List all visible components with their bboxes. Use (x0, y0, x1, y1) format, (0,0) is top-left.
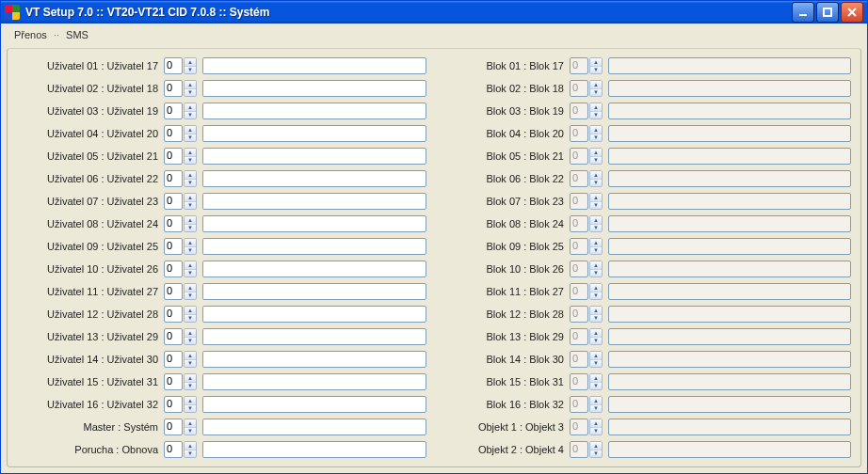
spinner-down-icon[interactable]: ▼ (185, 292, 196, 300)
spinner-up-icon[interactable]: ▲ (185, 239, 196, 247)
spinner-down-icon[interactable]: ▼ (185, 247, 196, 255)
left-row-text-input[interactable] (202, 238, 426, 255)
spinner-up-icon[interactable]: ▲ (185, 81, 196, 89)
left-row-text-input[interactable] (202, 419, 426, 435)
left-row-text-input[interactable] (202, 125, 426, 142)
spinner-up-icon[interactable]: ▲ (185, 126, 196, 134)
left-row-number-input[interactable]: 0 (164, 103, 183, 119)
left-row-spinner[interactable]: ▲▼ (184, 351, 197, 368)
left-row-text-input[interactable] (202, 261, 426, 277)
left-row-text-input[interactable] (202, 306, 426, 323)
left-row-text-input[interactable] (202, 103, 426, 119)
left-row-text-input[interactable] (202, 170, 426, 187)
right-row-number-input: 0 (570, 125, 588, 142)
spinner-down-icon[interactable]: ▼ (185, 180, 196, 187)
spinner-down-icon[interactable]: ▼ (185, 202, 196, 210)
left-row-spinner[interactable]: ▲▼ (184, 261, 197, 277)
left-row-spinner[interactable]: ▲▼ (184, 373, 197, 390)
left-row-text-input[interactable] (202, 80, 426, 97)
left-row-label: Uživatel 07 : Uživatel 23 (17, 196, 164, 207)
spinner-down-icon[interactable]: ▼ (185, 450, 196, 458)
spinner-down-icon[interactable]: ▼ (185, 315, 196, 323)
menu-separator: ·· (54, 29, 59, 40)
left-row-spinner[interactable]: ▲▼ (184, 148, 197, 165)
spinner-up-icon[interactable]: ▲ (185, 352, 196, 360)
spinner-down-icon[interactable]: ▼ (185, 157, 196, 165)
left-row-number-input[interactable]: 0 (164, 215, 183, 232)
left-row-spinner[interactable]: ▲▼ (184, 170, 197, 187)
left-row-number-input[interactable]: 0 (164, 373, 183, 390)
spinner-up-icon[interactable]: ▲ (185, 149, 196, 157)
left-row-spinner[interactable]: ▲▼ (184, 57, 197, 74)
spinner-down-icon[interactable]: ▼ (185, 383, 196, 390)
spinner-down-icon[interactable]: ▼ (185, 360, 196, 368)
left-row-number-input[interactable]: 0 (164, 306, 183, 323)
left-row-number-input[interactable]: 0 (164, 261, 183, 277)
spinner-up-icon[interactable]: ▲ (185, 284, 196, 292)
spinner-up-icon[interactable]: ▲ (185, 171, 196, 180)
spinner-down-icon[interactable]: ▼ (185, 112, 196, 119)
spinner-up-icon[interactable]: ▲ (185, 261, 196, 270)
left-row-number-input[interactable]: 0 (164, 351, 183, 368)
titlebar[interactable]: VT Setup 7.0 :: VT20-VT21 CID 7.0.8 :: S… (1, 1, 867, 24)
left-row-text-input[interactable] (202, 193, 426, 210)
left-row-text-input[interactable] (202, 57, 426, 74)
left-row-text-input[interactable] (202, 396, 426, 413)
spinner-up-icon[interactable]: ▲ (185, 194, 196, 202)
left-row-text-input[interactable] (202, 328, 426, 345)
left-row-text-input[interactable] (202, 441, 426, 458)
left-row-text-input[interactable] (202, 283, 426, 300)
spinner-down-icon[interactable]: ▼ (185, 225, 196, 232)
left-row-number-input[interactable]: 0 (164, 238, 183, 255)
left-row-number-input[interactable]: 0 (164, 80, 183, 97)
left-row-spinner[interactable]: ▲▼ (184, 193, 197, 210)
spinner-up-icon[interactable]: ▲ (185, 374, 196, 383)
spinner-up-icon[interactable]: ▲ (185, 397, 196, 405)
spinner-down-icon[interactable]: ▼ (185, 89, 196, 97)
left-row-number-input[interactable]: 0 (164, 283, 183, 300)
close-button[interactable] (841, 2, 863, 23)
left-row-spinner[interactable]: ▲▼ (184, 396, 197, 413)
left-row-text-input[interactable] (202, 148, 426, 165)
menu-item-prenos[interactable]: Přenos (14, 29, 47, 40)
spinner-down-icon[interactable]: ▼ (185, 134, 196, 142)
spinner-down-icon[interactable]: ▼ (185, 428, 196, 435)
left-row-text-input[interactable] (202, 373, 426, 390)
left-row-spinner[interactable]: ▲▼ (184, 215, 197, 232)
minimize-button[interactable] (792, 2, 814, 23)
left-row-number-input[interactable]: 0 (164, 57, 183, 74)
left-row-number-input[interactable]: 0 (164, 396, 183, 413)
maximize-button[interactable] (816, 2, 839, 23)
left-row-spinner[interactable]: ▲▼ (184, 328, 197, 345)
left-row-text-input[interactable] (202, 215, 426, 232)
spinner-up-icon[interactable]: ▲ (185, 58, 196, 67)
spinner-up-icon[interactable]: ▲ (185, 329, 196, 338)
left-row-number-input[interactable]: 0 (164, 441, 183, 458)
spinner-up-icon[interactable]: ▲ (185, 307, 196, 315)
left-row-spinner[interactable]: ▲▼ (184, 306, 197, 323)
spinner-up-icon[interactable]: ▲ (185, 216, 196, 225)
left-row-spinner[interactable]: ▲▼ (184, 80, 197, 97)
left-row-spinner[interactable]: ▲▼ (184, 283, 197, 300)
left-row-number-input[interactable]: 0 (164, 125, 183, 142)
left-row-spinner[interactable]: ▲▼ (184, 441, 197, 458)
left-row-spinner[interactable]: ▲▼ (184, 103, 197, 119)
spinner-up-icon[interactable]: ▲ (185, 442, 196, 450)
left-row-spinner[interactable]: ▲▼ (184, 238, 197, 255)
spinner-down-icon[interactable]: ▼ (185, 405, 196, 413)
left-row-number-input[interactable]: 0 (164, 419, 183, 435)
left-row-spinner[interactable]: ▲▼ (184, 125, 197, 142)
left-row-text-input[interactable] (202, 351, 426, 368)
left-row-number-input[interactable]: 0 (164, 170, 183, 187)
spinner-down-icon[interactable]: ▼ (185, 338, 196, 345)
spinner-down-icon[interactable]: ▼ (185, 67, 196, 74)
left-row-number-input[interactable]: 0 (164, 328, 183, 345)
spinner-down-icon[interactable]: ▼ (185, 270, 196, 277)
spinner-up-icon[interactable]: ▲ (185, 419, 196, 428)
spinner-up-icon[interactable]: ▲ (185, 103, 196, 112)
left-row-number-input[interactable]: 0 (164, 193, 183, 210)
right-row-spinwrap: 0▲▼ (570, 328, 603, 345)
left-row-spinner[interactable]: ▲▼ (184, 419, 197, 435)
menu-item-sms[interactable]: SMS (66, 29, 88, 40)
left-row-number-input[interactable]: 0 (164, 148, 183, 165)
